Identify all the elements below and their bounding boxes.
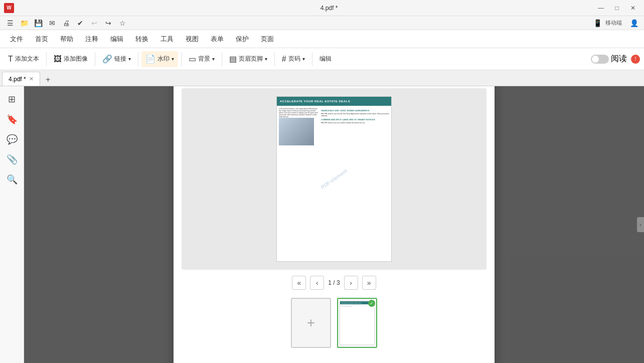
- quick-toolbar: ☰ 📁 💾 ✉ 🖨 ✔ ↩ ↪ ☆ 📱 移动端 👤: [0, 16, 644, 30]
- preview-pdf-page: ACCELERATE YOUR REAL ESTATE DEALS In the…: [276, 96, 392, 262]
- print-button[interactable]: 🖨: [60, 18, 72, 29]
- toolbar-divider-5: [222, 52, 222, 66]
- link-dropdown-icon: ▾: [128, 56, 131, 62]
- new-tab-button[interactable]: +: [42, 74, 54, 86]
- thumbnail-selected[interactable]: ACCELERATE YOUR REAL ESTATE DEALS In the…: [337, 298, 377, 348]
- mail-button[interactable]: ✉: [46, 18, 58, 29]
- modal-body: ACCELERATE YOUR REAL ESTATE DEALS In the…: [174, 86, 495, 363]
- menu-home[interactable]: 首页: [29, 32, 54, 46]
- check-button[interactable]: ✔: [74, 18, 86, 29]
- add-text-button[interactable]: T 添加文本: [4, 51, 43, 67]
- background-dropdown-icon: ▾: [212, 56, 215, 62]
- menu-protect[interactable]: 保护: [230, 32, 255, 46]
- preview-banner-title: ACCELERATE YOUR REAL ESTATE DEALS: [280, 100, 388, 103]
- modal-pagination: « ‹ 1 / 3 › »: [182, 276, 487, 290]
- add-watermark-icon: +: [307, 315, 315, 331]
- user-button[interactable]: 👤: [628, 18, 640, 29]
- star-button[interactable]: ☆: [116, 18, 128, 29]
- page-prev-button[interactable]: ‹: [310, 276, 324, 290]
- preview-watermark-text: PDF-element: [320, 168, 348, 190]
- page-number-icon: #: [282, 55, 286, 64]
- current-tab[interactable]: 4.pdf * ✕: [2, 72, 40, 86]
- preview-section2-title: COMBINE AND SPLIT LANDLORD TO TENANT NOT…: [321, 118, 389, 121]
- menu-help[interactable]: 帮助: [54, 32, 79, 46]
- open-button[interactable]: 📁: [18, 18, 30, 29]
- edit-button[interactable]: 编辑: [315, 51, 336, 67]
- app-icon: W: [4, 3, 14, 13]
- menu-tools[interactable]: 工具: [154, 32, 180, 46]
- left-sidebar: ⊞ 🔖 💬 📎 🔍: [0, 86, 24, 363]
- page-last-button[interactable]: »: [362, 276, 376, 290]
- menu-bar: 文件 首页 帮助 注释 编辑 转换 工具 视图 表单 保护 页面: [0, 30, 644, 48]
- header-footer-button[interactable]: ▤ 页眉页脚 ▾: [225, 51, 271, 67]
- link-button[interactable]: 🔗 链接 ▾: [98, 51, 135, 67]
- preview-banner: ACCELERATE YOUR REAL ESTATE DEALS: [277, 97, 391, 106]
- link-icon: 🔗: [102, 54, 112, 64]
- window-controls: — □ ✕: [594, 3, 640, 14]
- main-area: ⊞ 🔖 💬 📎 🔍 ACCELERATE YOUR REAL ESTATE DE…: [0, 86, 644, 363]
- toggle-knob: [592, 56, 599, 63]
- preview-left-col: In the world of business, your organizat…: [279, 108, 319, 145]
- toolbar-divider-3: [138, 52, 138, 66]
- sidebar-comments-icon[interactable]: 💬: [3, 130, 21, 148]
- read-toggle-area: 阅读 !: [591, 54, 640, 64]
- preview-building-image: [279, 118, 314, 145]
- minimize-button[interactable]: —: [594, 3, 608, 14]
- title-bar: W 4.pdf * — □ ✕: [0, 0, 644, 16]
- pdf-area: ACCELERATE YOUR REAL ESTATE DEALS In the…: [24, 86, 644, 363]
- background-icon: ▭: [189, 54, 196, 64]
- page-first-button[interactable]: «: [292, 276, 306, 290]
- menu-view[interactable]: 视图: [180, 32, 205, 46]
- menu-edit[interactable]: 编辑: [104, 32, 129, 46]
- undo-button[interactable]: ↩: [88, 18, 100, 29]
- secondary-toolbar: T 添加文本 🖼 添加图像 🔗 链接 ▾ 📄 水印 ▾ ▭ 背景 ▾ ▤ 页眉页…: [0, 48, 644, 70]
- page-number-button[interactable]: # 页码 ▾: [278, 51, 309, 67]
- preview-section1-title: SEAMLESSLY EDIT JOINT TENANT AGREEMENTS: [321, 109, 389, 112]
- header-dropdown-icon: ▾: [265, 56, 267, 62]
- watermark-button[interactable]: 📄 水印 ▾: [141, 51, 178, 67]
- redo-button[interactable]: ↪: [102, 18, 114, 29]
- toolbar-divider-2: [95, 52, 95, 66]
- preview-right-col: SEAMLESSLY EDIT JOINT TENANT AGREEMENTS …: [321, 108, 389, 145]
- thumbnail-checkmark: ✓: [368, 300, 375, 307]
- maximize-button[interactable]: □: [610, 3, 624, 14]
- menu-convert[interactable]: 转换: [129, 32, 154, 46]
- sidebar-bookmarks-icon[interactable]: 🔖: [3, 110, 21, 128]
- thumbnail-row: + ACCELERATE YOUR REAL ESTATE DEALS In t…: [182, 298, 487, 348]
- close-button[interactable]: ✕: [626, 3, 640, 14]
- toolbar-divider-1: [46, 52, 47, 66]
- toolbar-divider-4: [181, 52, 182, 66]
- save-button[interactable]: 💾: [32, 18, 44, 29]
- watermark-icon: 📄: [145, 54, 155, 64]
- toolbar-divider-7: [312, 52, 312, 66]
- modal-overlay: 添加水印 ✕ ACCELERATE YOUR REAL ESTATE DEALS: [24, 86, 644, 363]
- read-toggle-switch[interactable]: [591, 55, 609, 64]
- preview-body: In the world of business, your organizat…: [277, 106, 391, 147]
- sidebar-attachments-icon[interactable]: 📎: [3, 150, 21, 168]
- sidebar-thumbnails-icon[interactable]: ⊞: [3, 90, 21, 108]
- preview-section2-body: With PDF-element, you can combine multip…: [321, 122, 389, 124]
- page-next-button[interactable]: ›: [344, 276, 358, 290]
- preview-section1-body: With PDF-element, you can edit Joint Ten…: [321, 113, 389, 117]
- mobile-button[interactable]: 📱: [591, 18, 603, 29]
- toolbar-divider-6: [274, 52, 275, 66]
- sidebar-search-icon[interactable]: 🔍: [3, 170, 21, 189]
- menu-form[interactable]: 表单: [205, 32, 230, 46]
- add-image-button[interactable]: 🖼 添加图像: [50, 51, 92, 67]
- preview-left-text: In the world of business, your organizat…: [279, 108, 319, 118]
- watermark-dropdown-icon: ▾: [172, 56, 174, 62]
- tab-close-button[interactable]: ✕: [29, 76, 34, 82]
- menu-file[interactable]: 文件: [4, 32, 29, 46]
- menu-icon-button[interactable]: ☰: [4, 18, 16, 29]
- watermark-modal: 添加水印 ✕ ACCELERATE YOUR REAL ESTATE DEALS: [174, 86, 495, 363]
- menu-annotate[interactable]: 注释: [79, 32, 104, 46]
- background-button[interactable]: ▭ 背景 ▾: [185, 51, 219, 67]
- title-text: 4.pdf *: [18, 5, 640, 12]
- tab-label: 4.pdf *: [9, 76, 26, 83]
- pagenum-dropdown-icon: ▾: [302, 56, 305, 62]
- notification-badge: !: [631, 55, 640, 64]
- menu-page[interactable]: 页面: [255, 32, 280, 46]
- page-current: 1 / 3: [328, 279, 340, 286]
- add-image-icon: 🖼: [54, 55, 62, 64]
- thumbnail-add[interactable]: +: [291, 298, 331, 348]
